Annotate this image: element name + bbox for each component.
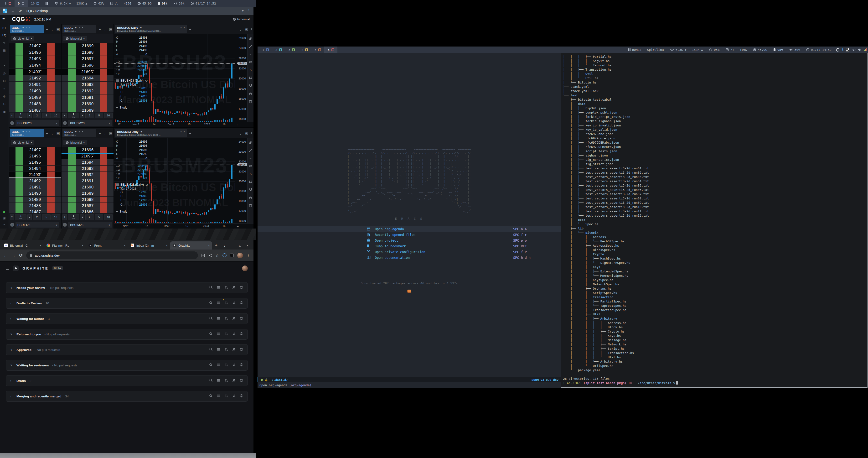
order-cell[interactable] — [9, 94, 16, 101]
ladder-row[interactable]: 21491 — [9, 184, 61, 190]
section-settings-icon[interactable] — [240, 378, 243, 383]
bid-cell[interactable] — [16, 178, 23, 184]
ladder-row[interactable]: 21697 — [62, 56, 114, 62]
window-menu-icon[interactable]: ▾ — [242, 8, 244, 13]
terminal-window[interactable]: │ │ │ ├── Partial.hs│ │ │ ├── Segwit.hs│… — [561, 53, 868, 388]
chevron-down-icon[interactable]: ▼ — [75, 130, 77, 133]
sort-icon[interactable] — [224, 332, 228, 336]
order-cell[interactable] — [9, 50, 16, 56]
workspace-1[interactable]: 1 — [259, 47, 272, 53]
order-cell[interactable] — [107, 147, 114, 153]
pr-section-drafts[interactable]: ›Drafts2 — [6, 375, 248, 386]
kebab-icon[interactable]: ⋮ — [103, 27, 107, 31]
price-cell[interactable]: 21696 — [76, 147, 100, 153]
ask-cell[interactable] — [100, 108, 107, 112]
order-cell[interactable] — [107, 101, 114, 107]
ladder-row[interactable]: 21493ˇ — [9, 172, 61, 178]
chevron-down-icon[interactable]: ▼ — [75, 27, 77, 29]
chevron-icon[interactable]: › — [10, 395, 13, 398]
price-cell[interactable]: 21495 — [23, 56, 47, 62]
price-cell[interactable]: 21694 — [76, 159, 100, 165]
order-cell[interactable] — [62, 184, 68, 190]
price-cell[interactable]: 21688 — [76, 196, 100, 203]
bid-cell[interactable] — [68, 165, 76, 172]
sort-icon[interactable] — [224, 301, 228, 305]
share-icon[interactable] — [209, 254, 212, 257]
qty-value[interactable]: 1lots — [15, 214, 27, 220]
dom-tab[interactable]: BBU...▼○×Deliverabl... — [10, 25, 44, 33]
price-cell[interactable]: 21491 — [23, 82, 47, 88]
ladder-row[interactable]: 21693 — [62, 82, 114, 88]
order-cell[interactable] — [9, 56, 16, 62]
minimize-icon[interactable]: — — [231, 244, 234, 247]
kebab-icon[interactable]: ⋮ — [103, 131, 107, 135]
order-cell[interactable] — [9, 88, 16, 94]
section-settings-icon[interactable] — [240, 347, 243, 352]
ask-cell[interactable] — [100, 196, 107, 203]
price-cell[interactable]: 21490 — [23, 190, 47, 196]
order-cell[interactable] — [55, 88, 61, 94]
forward-button[interactable]: → — [11, 253, 16, 258]
ladder-row[interactable]: 21494 — [9, 62, 61, 69]
bid-cell[interactable] — [68, 172, 76, 178]
info-icon[interactable]: i — [63, 223, 67, 226]
ladder-row[interactable]: 21690 — [62, 184, 114, 190]
order-cell[interactable] — [107, 165, 114, 172]
ladder-row[interactable]: 21693 — [62, 165, 114, 172]
menu-item-open-org-agenda[interactable]: Open org-agendaSPC o A — [257, 226, 561, 232]
order-cell[interactable] — [62, 88, 68, 94]
qty-preset-2[interactable]: 2 — [33, 113, 41, 118]
order-cell[interactable] — [9, 159, 16, 165]
info-icon[interactable]: i — [63, 121, 67, 125]
ladder-row[interactable]: 21490 — [9, 190, 61, 196]
ladder-row[interactable]: 21691 — [62, 94, 114, 101]
list-view-icon[interactable] — [217, 394, 220, 398]
order-cell[interactable] — [55, 184, 61, 190]
close-icon[interactable]: × — [183, 130, 185, 133]
ask-cell[interactable] — [100, 69, 107, 75]
profile-avatar[interactable] — [237, 253, 243, 258]
order-cell[interactable] — [55, 196, 61, 203]
order-cell[interactable] — [9, 69, 16, 75]
bid-cell[interactable] — [16, 69, 23, 75]
price-cell[interactable]: 21690 — [76, 101, 100, 107]
order-cell[interactable] — [55, 172, 61, 178]
bid-cell[interactable] — [16, 75, 23, 81]
ladder-row[interactable]: 21490 — [9, 88, 61, 94]
ask-cell[interactable] — [100, 94, 107, 101]
order-cell[interactable] — [9, 101, 16, 107]
lock-tool-icon[interactable] — [249, 196, 252, 200]
ladder-row[interactable]: 21698 — [62, 50, 114, 56]
section-settings-icon[interactable] — [240, 332, 243, 336]
ray-tool-icon[interactable] — [249, 156, 252, 161]
ask-cell[interactable] — [47, 94, 55, 101]
order-cell[interactable] — [107, 203, 114, 209]
ladder-row[interactable]: 21488 — [9, 203, 61, 209]
order-cell[interactable] — [55, 147, 61, 153]
order-cell[interactable] — [107, 172, 114, 178]
price-cell[interactable]: 21689 — [76, 190, 100, 196]
close-icon[interactable]: × — [82, 130, 83, 133]
price-cell[interactable]: 21694 — [76, 75, 100, 81]
bid-cell[interactable] — [16, 184, 23, 190]
bid-cell[interactable] — [68, 69, 76, 75]
ladder-row[interactable]: 21492 — [9, 178, 61, 184]
bid-cell[interactable] — [16, 203, 23, 209]
pie-icon[interactable]: ◔ — [3, 64, 5, 67]
qty-preset-10[interactable]: 10 — [52, 214, 60, 220]
ask-cell[interactable] — [47, 172, 55, 178]
ask-cell[interactable] — [47, 88, 55, 94]
price-cell[interactable]: 21492 — [23, 178, 47, 184]
pr-section-approved[interactable]: ∨Approved- No pull requests — [6, 344, 248, 355]
tray-meter-icon[interactable] — [864, 48, 867, 51]
refresh-icon[interactable]: ↻ — [3, 102, 6, 106]
account-selector[interactable]: bitnomial▾ — [63, 140, 87, 145]
qty-increment[interactable]: ▴ — [27, 113, 32, 118]
go-to-latest-icon[interactable]: ← — [236, 224, 239, 228]
ask-cell[interactable] — [47, 178, 55, 184]
price-cell[interactable]: 21493ˇ — [23, 172, 47, 178]
ask-cell[interactable] — [100, 172, 107, 178]
dom-tab[interactable]: BBU...▼○×Deliverab... — [62, 25, 96, 33]
order-cell[interactable] — [107, 75, 114, 81]
price-cell[interactable]: 21495 — [23, 159, 47, 165]
